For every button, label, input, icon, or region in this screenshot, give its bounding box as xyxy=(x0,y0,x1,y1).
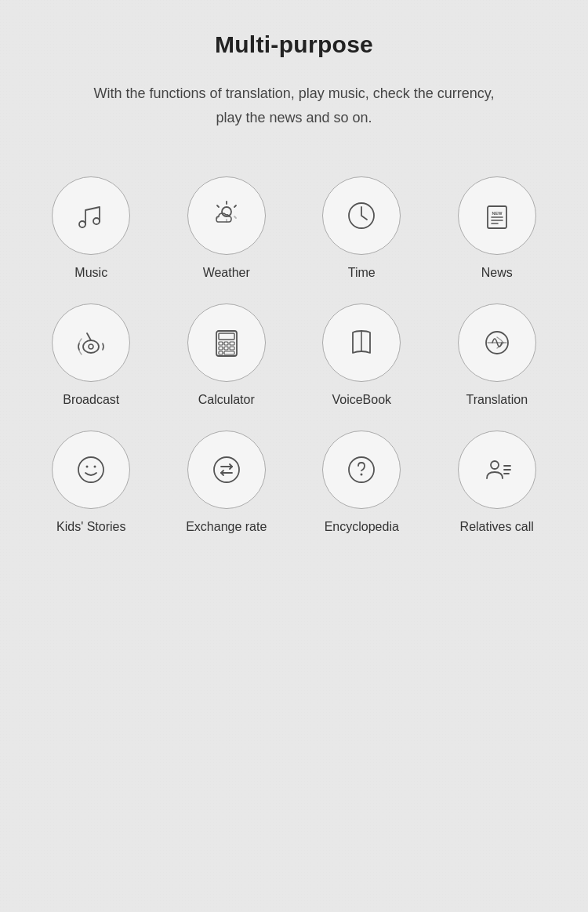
kids-icon xyxy=(71,450,111,489)
icon-circle-calculator[interactable] xyxy=(187,303,266,382)
svg-line-7 xyxy=(234,205,236,207)
icon-circle-weather[interactable] xyxy=(187,176,266,255)
svg-line-6 xyxy=(234,216,236,218)
icons-grid: Music Weather Ti xyxy=(27,176,561,534)
encyclopedia-label: Encyclopedia xyxy=(325,520,399,534)
svg-point-16 xyxy=(89,344,93,349)
svg-text:NEW: NEW xyxy=(492,211,503,216)
icon-circle-broadcast[interactable] xyxy=(52,303,130,382)
svg-rect-26 xyxy=(219,351,223,354)
encyclopedia-icon xyxy=(342,450,381,489)
svg-point-31 xyxy=(78,457,103,482)
weather-label: Weather xyxy=(203,266,250,280)
music-label: Music xyxy=(74,266,107,280)
time-icon xyxy=(342,196,381,235)
kids-label: Kids' Stories xyxy=(56,520,125,534)
news-label: News xyxy=(481,266,513,280)
svg-point-33 xyxy=(94,466,96,468)
broadcast-label: Broadcast xyxy=(63,393,119,407)
exchange-icon xyxy=(207,450,246,489)
calculator-icon xyxy=(207,323,246,362)
svg-line-17 xyxy=(87,333,91,340)
icon-item-translation: Translation xyxy=(434,303,561,407)
icon-item-kids-stories: Kids' Stories xyxy=(27,431,155,534)
page-title: Multi-purpose xyxy=(215,31,373,58)
news-icon: NEW xyxy=(477,196,517,235)
icon-circle-news[interactable]: NEW xyxy=(458,176,536,255)
icon-item-exchange-rate: Exchange rate xyxy=(163,431,291,534)
voicebook-label: VoiceBook xyxy=(332,393,391,407)
icon-circle-music[interactable] xyxy=(52,176,130,255)
svg-point-1 xyxy=(93,218,100,224)
icon-item-relatives-call: Relatives call xyxy=(434,431,561,534)
svg-rect-18 xyxy=(216,331,237,356)
relatives-icon xyxy=(477,450,517,489)
icon-circle-voicebook[interactable] xyxy=(322,303,401,382)
svg-point-32 xyxy=(86,466,89,468)
svg-rect-20 xyxy=(219,342,223,345)
svg-point-34 xyxy=(214,457,239,482)
calculator-label: Calculator xyxy=(198,393,255,407)
icon-circle-exchange-rate[interactable] xyxy=(187,431,266,509)
icon-item-music: Music xyxy=(27,176,155,280)
svg-point-15 xyxy=(83,340,99,353)
icon-item-weather: Weather xyxy=(163,176,291,280)
svg-point-0 xyxy=(79,221,85,227)
icon-item-time: Time xyxy=(298,176,426,280)
translation-icon xyxy=(477,323,517,362)
icon-item-broadcast: Broadcast xyxy=(27,303,155,407)
icon-circle-relatives-call[interactable] xyxy=(458,431,536,509)
time-label: Time xyxy=(348,266,376,280)
broadcast-icon xyxy=(71,323,111,362)
svg-rect-25 xyxy=(230,347,234,350)
icon-circle-time[interactable] xyxy=(322,176,401,255)
voicebook-icon xyxy=(342,323,381,362)
svg-rect-22 xyxy=(230,342,234,345)
svg-line-5 xyxy=(217,205,219,207)
exchange-label: Exchange rate xyxy=(186,520,267,534)
music-icon xyxy=(71,196,111,235)
svg-point-36 xyxy=(361,474,363,476)
icon-circle-kids-stories[interactable] xyxy=(52,431,130,509)
svg-point-37 xyxy=(491,461,499,469)
relatives-label: Relatives call xyxy=(460,520,534,534)
translation-label: Translation xyxy=(466,393,528,407)
svg-rect-19 xyxy=(219,333,234,340)
svg-rect-21 xyxy=(224,342,228,345)
icon-item-voicebook: VoiceBook xyxy=(298,303,426,407)
icon-circle-translation[interactable] xyxy=(458,303,536,382)
page-description: With the functions of translation, play … xyxy=(90,82,498,129)
icon-item-calculator: Calculator xyxy=(163,303,291,407)
svg-rect-23 xyxy=(219,347,223,350)
icon-circle-encyclopedia[interactable] xyxy=(322,431,401,509)
weather-icon xyxy=(207,196,246,235)
icon-item-encyclopedia: Encyclopedia xyxy=(298,431,426,534)
svg-rect-27 xyxy=(224,351,234,354)
svg-rect-24 xyxy=(224,347,228,350)
icon-item-news: NEW News xyxy=(434,176,561,280)
